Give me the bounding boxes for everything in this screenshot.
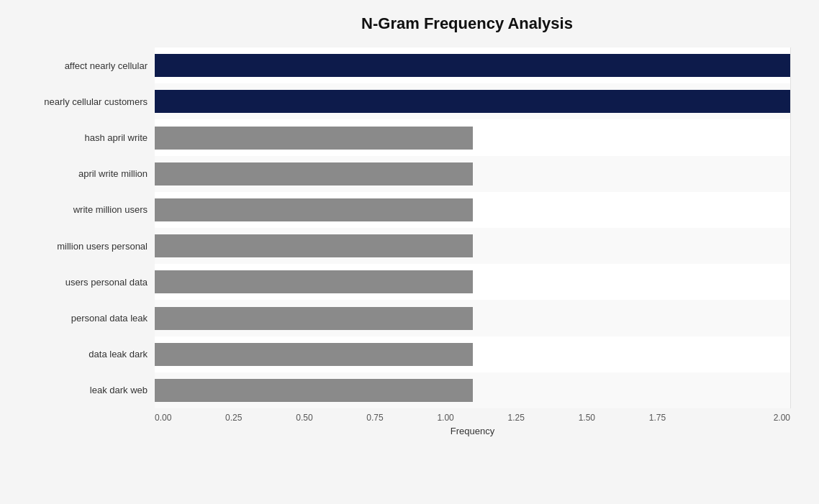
bar — [155, 343, 473, 366]
bar-row — [155, 156, 790, 192]
bars-section: affect nearly cellularnearly cellular cu… — [14, 47, 790, 408]
x-tick: 2.00 — [720, 413, 790, 423]
bar-row — [155, 192, 790, 228]
x-tick: 0.75 — [366, 413, 437, 423]
bar-row — [155, 372, 790, 408]
bar-row — [155, 83, 790, 119]
bar-row — [155, 264, 790, 300]
chart-container: N-Gram Frequency Analysis affect nearly … — [0, 0, 819, 504]
x-tick: 1.00 — [437, 413, 507, 423]
y-label: users personal data — [14, 264, 155, 300]
x-tick: 0.00 — [155, 413, 225, 423]
x-tick: 1.75 — [649, 413, 720, 423]
bar-row — [155, 228, 790, 264]
y-label: million users personal — [14, 228, 155, 264]
x-axis: 0.000.250.500.751.001.251.501.752.00 — [14, 413, 790, 423]
y-label: personal data leak — [14, 300, 155, 336]
bar — [155, 127, 473, 150]
y-label: affect nearly cellular — [14, 47, 155, 83]
y-label: data leak dark — [14, 336, 155, 372]
plot-area — [155, 47, 790, 408]
y-label: hash april write — [14, 119, 155, 155]
gridline — [790, 47, 791, 408]
bar — [155, 270, 473, 293]
x-axis-label: Frequency — [14, 426, 790, 436]
bar — [155, 162, 473, 185]
bar-row — [155, 300, 790, 336]
bar — [155, 54, 790, 77]
chart-area: affect nearly cellularnearly cellular cu… — [14, 47, 790, 436]
y-label: write million users — [14, 192, 155, 228]
bar — [155, 198, 473, 221]
bar — [155, 379, 473, 402]
y-labels: affect nearly cellularnearly cellular cu… — [14, 47, 155, 408]
x-tick: 1.50 — [579, 413, 649, 423]
bar-row — [155, 119, 790, 155]
chart-title: N-Gram Frequency Analysis — [14, 14, 790, 33]
bar-row — [155, 336, 790, 372]
bar — [155, 307, 473, 330]
bar-row — [155, 47, 790, 83]
x-tick: 0.50 — [296, 413, 366, 423]
y-label: april write million — [14, 156, 155, 192]
x-tick: 0.25 — [225, 413, 296, 423]
bar — [155, 90, 790, 113]
bar — [155, 234, 473, 257]
y-label: leak dark web — [14, 372, 155, 408]
x-tick: 1.25 — [508, 413, 579, 423]
y-label: nearly cellular customers — [14, 83, 155, 119]
